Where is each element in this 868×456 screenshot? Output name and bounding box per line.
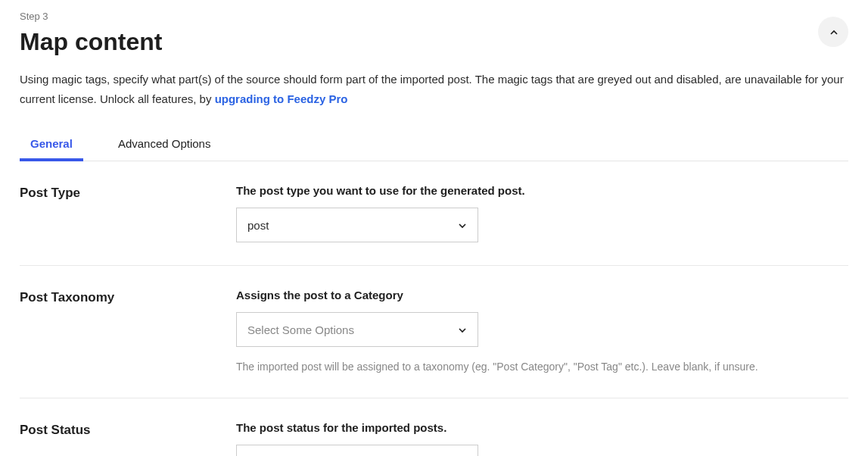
tab-advanced[interactable]: Advanced Options — [107, 130, 222, 161]
post-type-select[interactable]: post — [236, 208, 478, 242]
label-post-type: Post Type — [20, 184, 236, 242]
field-label-post-taxonomy: Assigns the post to a Category — [236, 289, 848, 301]
post-status-select[interactable]: Publish — [236, 445, 478, 456]
tabs-bar: General Advanced Options — [20, 130, 848, 161]
field-label-post-type: The post type you want to use for the ge… — [236, 184, 848, 197]
description-text: Using magic tags, specify what part(s) o… — [20, 73, 844, 105]
post-taxonomy-help: The imported post will be assigned to a … — [236, 359, 848, 375]
row-post-status: Post Status The post status for the impo… — [20, 398, 848, 456]
label-post-status: Post Status — [20, 421, 236, 456]
section-description: Using magic tags, specify what part(s) o… — [20, 70, 848, 108]
upgrade-link[interactable]: upgrading to Feedzy Pro — [215, 92, 348, 105]
row-post-type: Post Type The post type you want to use … — [20, 161, 848, 266]
page-title: Map content — [20, 28, 162, 56]
label-post-taxonomy: Post Taxonomy — [20, 289, 236, 375]
tab-general[interactable]: General — [20, 130, 83, 161]
chevron-down-icon — [456, 324, 467, 335]
step-label: Step 3 — [20, 11, 162, 22]
field-label-post-status: The post status for the imported posts. — [236, 421, 848, 434]
row-post-taxonomy: Post Taxonomy Assigns the post to a Cate… — [20, 266, 848, 398]
post-taxonomy-select[interactable]: Select Some Options — [236, 312, 478, 347]
post-type-value: post — [247, 219, 269, 232]
chevron-down-icon — [456, 220, 467, 230]
chevron-up-icon — [828, 27, 838, 37]
collapse-button[interactable] — [818, 17, 848, 47]
post-taxonomy-placeholder: Select Some Options — [247, 323, 354, 336]
